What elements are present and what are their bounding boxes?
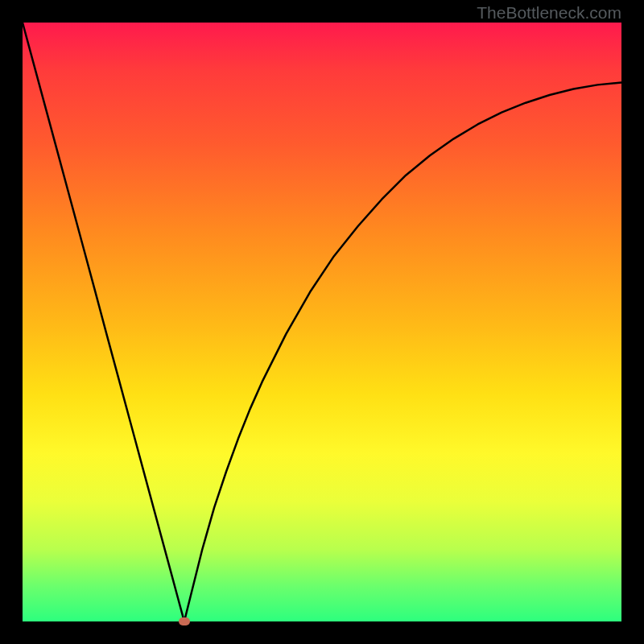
plot-area [23,23,621,621]
min-point-marker [179,617,190,625]
chart-container: TheBottleneck.com [0,0,644,644]
bottleneck-curve [23,23,621,621]
attribution-text: TheBottleneck.com [477,3,621,23]
curve-svg [23,23,621,621]
